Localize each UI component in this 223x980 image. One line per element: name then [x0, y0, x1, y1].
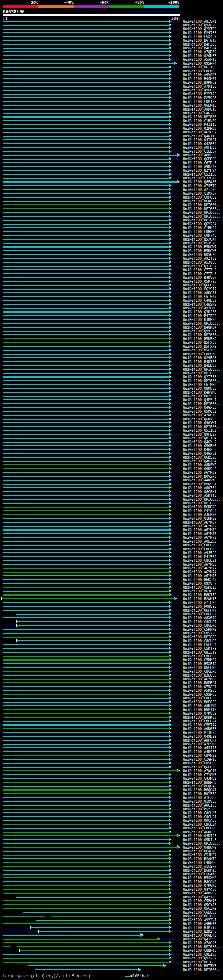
hit-label[interactable]: UniRef100_A9J5P2: [183, 551, 217, 555]
hit-label[interactable]: UniRef100_A7P133: [183, 84, 217, 88]
hit-label[interactable]: UniRef100_B6KI39: [183, 593, 217, 597]
hit-label[interactable]: UniRef100_P05736: [183, 631, 217, 635]
hit-label[interactable]: UniRef100_P41116: [183, 123, 217, 127]
hit-label[interactable]: UniRef100_C8CLS3: [183, 696, 217, 700]
hit-label[interactable]: UniRef100_C0PQ62: [183, 196, 217, 199]
hit-label[interactable]: UniRef100_UPI000..: [183, 842, 221, 845]
hit-label[interactable]: UniRef100_B5FXQ0: [183, 341, 217, 345]
hit-label[interactable]: UniRef100_A1C9X7: [183, 865, 217, 869]
hit-label[interactable]: UniRef100_C5X4C8: [183, 35, 217, 38]
hit-label[interactable]: UniRef100_Q4GXL4: [183, 459, 217, 463]
hit-label[interactable]: UniRef100_C6EQB3: [183, 910, 217, 914]
hit-label[interactable]: UniRef100_C8CLR6: [183, 670, 217, 673]
hit-label[interactable]: UniRef100_A7TQR3: [183, 601, 217, 605]
hit-label[interactable]: UniRef100_A5K9J0: [183, 689, 217, 692]
hit-label[interactable]: UniRef100_A8X079: [183, 616, 217, 620]
hit-label[interactable]: UniRef100_C6TMR0: [183, 383, 217, 387]
hit-label[interactable]: UniRef100_Q90YW1: [183, 421, 217, 425]
hit-label[interactable]: UniRef100_Q4GXL2: [183, 440, 217, 444]
hit-label[interactable]: UniRef100_Q95PN4: [183, 62, 217, 65]
hit-label[interactable]: UniRef100_UPI000..: [183, 501, 221, 505]
hit-label[interactable]: UniRef100_Q5R7Y8: [183, 280, 217, 283]
hit-label[interactable]: UniRef100_A0D0E8: [183, 727, 217, 731]
hit-label[interactable]: UniRef100_A6RFU9: [183, 830, 217, 834]
hit-label[interactable]: UniRef100_A8UG01: [183, 291, 217, 295]
hit-label[interactable]: UniRef100_A4RVW0: [183, 478, 217, 482]
hit-label[interactable]: UniRef100_B6QG47: [183, 788, 217, 792]
hit-label[interactable]: UniRef100_P13023: [183, 731, 217, 735]
hit-label[interactable]: UniRef100_Q6F483: [183, 180, 217, 184]
hit-label[interactable]: UniRef100_B9RPL9: [183, 81, 217, 84]
hit-label[interactable]: UniRef100_A7S5T9: [183, 184, 217, 188]
hit-label[interactable]: UniRef100_Q6P0V6: [183, 283, 217, 287]
hit-label[interactable]: UniRef100_A6YPH7: [183, 130, 217, 134]
hit-label[interactable]: UniRef100_Q4GXL1: [183, 452, 217, 455]
hit-label[interactable]: UniRef100_A0BVS2: [183, 891, 217, 895]
hit-label[interactable]: UniRef100_B0DK80: [183, 716, 217, 719]
hit-label[interactable]: UniRef100_Q4KTI6: [183, 134, 217, 138]
hit-label[interactable]: UniRef100_A9Z0M6: [183, 306, 217, 310]
hit-label[interactable]: UniRef100_A0D4W4: [183, 704, 217, 708]
hit-label[interactable]: UniRef100_Q5CJR9: [183, 907, 217, 910]
hit-label[interactable]: UniRef100_Q7RGK3: [183, 884, 217, 888]
hit-label[interactable]: UniRef100_A1CZD5: [183, 796, 217, 800]
hit-label[interactable]: UniRef100_Q9FEZ7: [183, 433, 217, 436]
hit-label[interactable]: UniRef100_C7TZL0: [183, 272, 217, 276]
hit-label[interactable]: UniRef100_UPI000..: [183, 945, 221, 949]
hit-label[interactable]: UniRef100_C8CLS2: [183, 612, 217, 616]
hit-label[interactable]: UniRef100_C9EI05: [183, 953, 217, 956]
hit-label[interactable]: UniRef100_C6T5K7: [183, 295, 217, 299]
hit-label[interactable]: UniRef100_C8VN22: [183, 754, 217, 757]
hit-label[interactable]: UniRef100_A7WQI0: [183, 769, 217, 773]
hit-label[interactable]: UniRef100_B5FXP8: [183, 348, 217, 352]
hit-label[interactable]: UniRef100_C1EE87: [183, 150, 217, 153]
hit-label[interactable]: UniRef100_UPI000..: [183, 498, 221, 501]
hit-label[interactable]: UniRef100_UPI000..: [183, 203, 221, 207]
hit-label[interactable]: UniRef100_A8NSW2: [183, 463, 217, 467]
hit-label[interactable]: UniRef100_Q5D1L8: [183, 838, 217, 842]
hit-label[interactable]: UniRef100_Q4GXL5: [183, 448, 217, 452]
hit-label[interactable]: UniRef100_Q9U9L2: [183, 467, 217, 471]
hit-label[interactable]: UniRef100_C3ZEN8: [183, 176, 217, 180]
hit-label[interactable]: UniRef100_B0S6P5: [183, 253, 217, 256]
hit-label[interactable]: UniRef100_UPI000..: [183, 215, 221, 218]
hit-label[interactable]: UniRef100_UPI000..: [183, 914, 221, 918]
hit-label[interactable]: UniRef100_C8CLR0: [183, 624, 217, 627]
hit-label[interactable]: UniRef100_Q6C0H1: [183, 490, 217, 494]
hit-label[interactable]: UniRef100_A8Q304: [183, 486, 217, 490]
hit-label[interactable]: UniRef100_A7QDZ9: [183, 50, 217, 54]
hit-label[interactable]: UniRef100_A6YM82: [183, 524, 217, 528]
hit-label[interactable]: UniRef100_A6YM88: [183, 677, 217, 681]
hit-label[interactable]: UniRef100_B8PII0: [183, 708, 217, 712]
hit-label[interactable]: UniRef100_C1BVS9: [183, 119, 217, 123]
hit-label[interactable]: UniRef100_Q6EMI5: [183, 103, 217, 107]
hit-label[interactable]: UniRef100_C1GPI5: [183, 757, 217, 761]
hit-label[interactable]: UniRef100_B5XFI9: [183, 662, 217, 666]
hit-label[interactable]: UniRef100_Q8MUE8: [183, 387, 217, 390]
hit-label[interactable]: UniRef100_A7E5M3: [183, 742, 217, 746]
hit-label[interactable]: UniRef100_C0PMC5: [183, 69, 217, 73]
hit-label[interactable]: UniRef100_A0EZU5: [183, 539, 217, 543]
hit-label[interactable]: UniRef100_UPI000..: [183, 218, 221, 222]
hit-label[interactable]: UniRef100_UPI000..: [183, 321, 221, 325]
hit-label[interactable]: UniRef100_UPI000..: [183, 960, 221, 964]
hit-label[interactable]: UniRef100_C8BNT5: [183, 949, 217, 953]
hit-label[interactable]: UniRef100_Q6CQM3: [183, 666, 217, 670]
hit-label[interactable]: UniRef100_B4LDV0: [183, 364, 217, 368]
hit-label[interactable]: UniRef100_B0Z9L2: [183, 394, 217, 398]
hit-label[interactable]: UniRef100_UPI000..: [183, 379, 221, 383]
hit-label[interactable]: UniRef100_C0H8H2: [183, 230, 217, 234]
hit-label[interactable]: UniRef100_Q42064: [183, 142, 217, 146]
hit-label[interactable]: UniRef100_B9W9B1: [183, 482, 217, 486]
hit-label[interactable]: UniRef100_A9ZT82: [183, 256, 217, 260]
hit-label[interactable]: UniRef100_B2YI29: [183, 92, 217, 96]
hit-label[interactable]: UniRef100_B4IZC2: [183, 314, 217, 318]
hit-label[interactable]: UniRef100_B0Y3E2: [183, 792, 217, 796]
hit-label[interactable]: UniRef100_B4KYM8: [183, 390, 217, 394]
hit-label[interactable]: UniRef100_Q5CYJ3: [183, 903, 217, 907]
hit-label[interactable]: UniRef100_P46286: [183, 111, 217, 115]
hit-label[interactable]: UniRef100_A6YM89: [183, 471, 217, 474]
hit-label[interactable]: UniRef100_A5AW13: [183, 58, 217, 62]
hit-label[interactable]: UniRef100_B4FJS6: [183, 42, 217, 46]
hit-label[interactable]: UniRef100_UPI000..: [183, 968, 221, 972]
